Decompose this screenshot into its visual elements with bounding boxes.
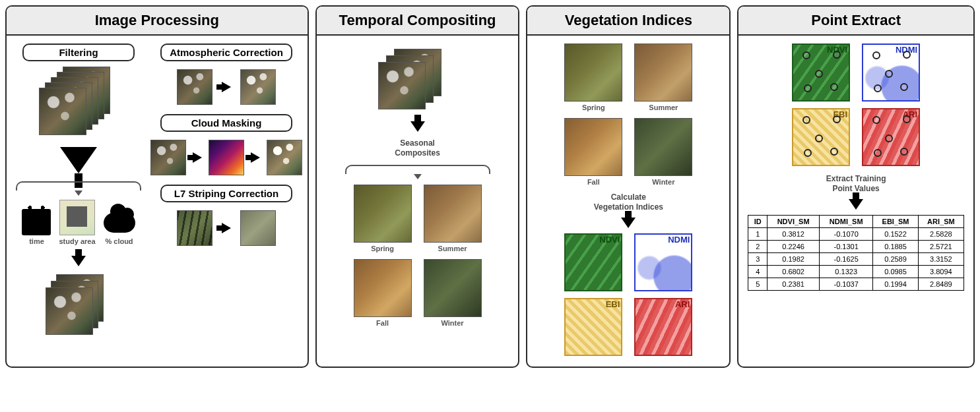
season-tile-spring xyxy=(354,185,412,243)
image-stack xyxy=(378,49,457,115)
filter-time: time xyxy=(22,209,51,245)
table-row: 40.68020.13230.09853.8094 xyxy=(748,266,964,278)
calculate-indices-label: Calculate Vegetation Indices xyxy=(594,192,663,212)
filtering-column: Filtering time xyxy=(16,44,141,356)
cloud-block: Cloud Masking xyxy=(150,114,302,175)
map-icon xyxy=(59,200,95,235)
corrections-column: Atmospheric Correction Cloud Masking xyxy=(150,44,302,356)
index-label-ndvi: NDVI xyxy=(827,45,847,55)
index-label-ndmi: NDMI xyxy=(668,235,690,245)
arrow-down-icon xyxy=(410,121,425,132)
cloud-after-tile xyxy=(267,140,302,175)
table-cell: 0.6802 xyxy=(768,266,820,278)
col-ndmi-sm: NDMI_SM xyxy=(820,216,873,228)
table-cell: 5 xyxy=(748,278,768,291)
table-cell: -0.1625 xyxy=(820,253,873,266)
table-cell: 3.8094 xyxy=(918,266,964,278)
table-cell: 0.2589 xyxy=(873,253,918,266)
col-ndvi-sm: NDVI_SM xyxy=(768,216,820,228)
panel-vegetation-indices: Vegetation Indices Spring Summer Fall Wi… xyxy=(526,5,731,368)
atmos-after-tile xyxy=(240,69,276,105)
index-label-ari: ARI xyxy=(903,109,917,119)
season-tile-summer xyxy=(424,185,482,243)
season-tile-fall xyxy=(564,118,622,176)
cloud-caption: % cloud xyxy=(105,237,133,245)
table-cell: 4 xyxy=(748,266,768,278)
table-cell: -0.1070 xyxy=(820,228,873,241)
cloud-before-tile xyxy=(150,140,186,175)
brace-icon xyxy=(345,165,490,174)
season-tile-summer xyxy=(634,44,692,102)
table-row: 20.2246-0.13010.18852.5721 xyxy=(748,241,964,253)
cloud-icon xyxy=(104,213,135,233)
season-tile-spring xyxy=(564,44,622,102)
table-cell: 2.8489 xyxy=(918,278,964,291)
table-cell: 1 xyxy=(748,228,768,241)
arrow-right-icon xyxy=(222,223,231,233)
season-tile-winter xyxy=(424,259,482,317)
table-cell: 3 xyxy=(748,253,768,266)
panel-title: Vegetation Indices xyxy=(527,7,729,36)
table-header-row: ID NDVI_SM NDMI_SM EBI_SM ARI_SM xyxy=(748,216,964,228)
index-label-ari: ARI xyxy=(675,299,690,309)
arrow-down-icon xyxy=(621,218,636,228)
brace-icon xyxy=(16,181,141,191)
table-cell: 0.1522 xyxy=(873,228,918,241)
table-row: 50.2381-0.10370.19942.8489 xyxy=(748,278,964,291)
index-label-ndvi: NDVI xyxy=(599,235,620,245)
table-cell: 0.1885 xyxy=(873,241,918,253)
table-cell: 0.0985 xyxy=(873,266,918,278)
index-label-ebi: EBI xyxy=(833,109,847,119)
panel-title: Image Processing xyxy=(7,7,308,36)
arrow-right-icon xyxy=(222,82,231,92)
training-values-table: ID NDVI_SM NDMI_SM EBI_SM ARI_SM 10.3812… xyxy=(748,215,964,291)
table-cell: 2.5828 xyxy=(918,228,964,241)
season-caption: Summer xyxy=(649,103,678,111)
stack-tile xyxy=(378,62,426,109)
index-label-ebi: EBI xyxy=(606,299,620,309)
season-caption: Winter xyxy=(652,178,674,186)
atmos-block: Atmospheric Correction xyxy=(150,44,302,105)
calendar-icon xyxy=(22,209,51,235)
panel-point-extract: Point Extract NDVI NDMI xyxy=(737,5,975,368)
season-caption: Summer xyxy=(438,245,467,252)
workflow-row: Image Processing Filtering xyxy=(5,5,975,368)
area-caption: study area xyxy=(59,237,95,245)
season-caption: Spring xyxy=(371,245,394,252)
season-caption: Fall xyxy=(376,319,389,327)
table-cell: 0.2381 xyxy=(768,278,820,291)
col-id: ID xyxy=(748,216,768,228)
stack-tile xyxy=(39,88,86,135)
arrow-down-icon xyxy=(849,199,863,210)
atmos-before-tile xyxy=(177,69,212,105)
table-cell: 2.5721 xyxy=(918,241,964,253)
striping-label: L7 Striping Correction xyxy=(160,185,292,202)
filter-area: study area xyxy=(59,200,95,245)
season-caption: Fall xyxy=(587,178,600,186)
season-tile-fall xyxy=(354,259,412,317)
arrow-right-icon xyxy=(193,152,202,163)
table-cell: 0.3812 xyxy=(768,228,820,241)
table-cell: 0.1994 xyxy=(873,278,918,291)
panel-title: Temporal Compositing xyxy=(317,7,519,36)
cloud-mask-tile xyxy=(209,140,244,175)
filtering-label: Filtering xyxy=(22,44,135,61)
filter-cloud: % cloud xyxy=(104,213,135,245)
season-caption: Winter xyxy=(441,319,464,327)
seasonal-composites-label: Seasonal Composites xyxy=(395,138,440,158)
cloudmask-label: Cloud Masking xyxy=(160,114,292,132)
arrow-right-icon xyxy=(251,152,260,163)
table-row: 10.3812-0.10700.15222.5828 xyxy=(748,228,964,241)
table-cell: 0.1982 xyxy=(768,253,820,266)
panel-temporal-compositing: Temporal Compositing Seasonal Composites… xyxy=(315,5,520,368)
time-caption: time xyxy=(29,237,44,245)
table-row: 30.1982-0.16250.25893.3152 xyxy=(748,253,964,266)
striping-before-tile xyxy=(177,210,212,246)
image-stack xyxy=(39,67,118,132)
arrow-down-icon xyxy=(71,256,86,266)
table-cell: 0.1323 xyxy=(820,266,873,278)
index-label-ndmi: NDMI xyxy=(896,45,917,55)
filtered-stack xyxy=(46,274,112,334)
funnel-icon xyxy=(60,147,97,173)
stack-tile xyxy=(46,287,93,335)
